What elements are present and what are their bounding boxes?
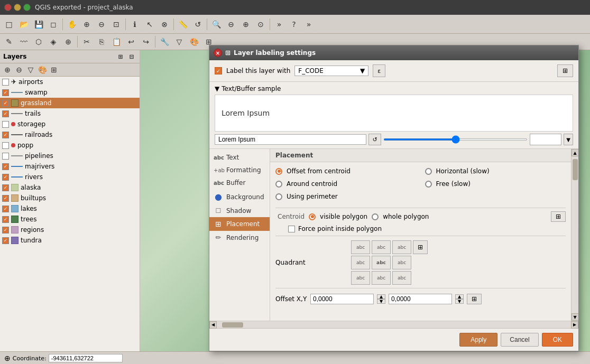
offset-x-input[interactable] xyxy=(310,294,374,304)
layer-checkbox-lakes[interactable]: ✓ xyxy=(2,206,9,212)
offset-y-up[interactable]: ▲ xyxy=(455,294,464,299)
redo-edit[interactable]: ↪ xyxy=(139,35,153,49)
scroll-down-arrow[interactable]: ▼ xyxy=(571,313,579,321)
draw-polygon[interactable]: ⬡ xyxy=(32,35,45,49)
identify-tool[interactable]: ℹ xyxy=(128,17,142,31)
layer-checkbox-alaska[interactable]: ✓ xyxy=(2,184,9,191)
layer-item-alaska[interactable]: ✓ alaska xyxy=(0,182,140,193)
scroll-h-track[interactable] xyxy=(217,321,571,328)
help-button[interactable]: ? xyxy=(287,17,301,31)
force-inside-checkbox[interactable] xyxy=(288,226,295,232)
quad-btn-tc[interactable]: abc xyxy=(372,240,391,254)
radio-perimeter[interactable] xyxy=(275,193,282,200)
layer-style[interactable]: 🎨 xyxy=(187,35,201,49)
open-layertree-btn[interactable]: ⊞ xyxy=(49,64,59,75)
offset-y-down[interactable]: ▼ xyxy=(455,299,464,304)
quad-btn-br[interactable]: abc xyxy=(392,271,411,285)
layer-item-tundra[interactable]: ✓ tundra xyxy=(0,235,140,246)
offset-x-down[interactable]: ▼ xyxy=(377,299,385,304)
layer-checkbox-popp[interactable] xyxy=(2,142,9,149)
placement-option-around-centroid[interactable]: Around centroid xyxy=(275,180,417,188)
draw-point[interactable]: ✎ xyxy=(2,35,16,49)
preview-dropdown-btn[interactable]: ▼ xyxy=(564,134,573,145)
scroll-track[interactable] xyxy=(571,156,578,313)
layers-collapse-all[interactable]: ⊟ xyxy=(127,52,136,61)
close-button[interactable] xyxy=(4,4,12,11)
ok-button[interactable]: OK xyxy=(542,333,573,347)
paste-feature[interactable]: 📋 xyxy=(109,35,123,49)
scroll-thumb[interactable] xyxy=(573,159,578,180)
layer-item-trails[interactable]: ✓ trails xyxy=(0,108,140,119)
apply-button[interactable]: Apply xyxy=(459,333,497,347)
zoom-next[interactable]: ⊕ xyxy=(239,17,253,31)
advanced-button[interactable]: ⊞ xyxy=(557,64,573,77)
preview-header[interactable]: ▼ Text/Buffer sample xyxy=(215,85,573,92)
layer-checkbox-swamp[interactable]: ✓ xyxy=(2,89,9,96)
quad-btn-tl[interactable]: abc xyxy=(351,240,370,254)
placement-option-offset-centroid[interactable]: Offset from centroid xyxy=(275,167,417,175)
zoom-in-tool[interactable]: ⊕ xyxy=(80,17,94,31)
offset-copy-button[interactable]: ⊞ xyxy=(467,294,482,304)
search-tool[interactable]: 🔍 xyxy=(209,17,223,31)
radio-free[interactable] xyxy=(425,181,432,188)
remove-layer-btn[interactable]: ⊖ xyxy=(14,64,24,75)
layer-style-btn[interactable]: 🎨 xyxy=(37,64,48,75)
layer-item-airports[interactable]: ✈ airports xyxy=(0,77,140,87)
layer-checkbox-regions[interactable]: ✓ xyxy=(2,227,9,234)
maximize-button[interactable] xyxy=(23,4,31,11)
offset-x-up[interactable]: ▲ xyxy=(377,294,385,299)
preview-text-input[interactable] xyxy=(215,134,366,145)
radio-offset-centroid[interactable] xyxy=(275,168,282,175)
zoom-extent[interactable]: ⊡ xyxy=(109,17,123,31)
radio-horizontal[interactable] xyxy=(425,168,432,175)
placement-option-free[interactable]: Free (slow) xyxy=(425,180,566,188)
scroll-right-arrow[interactable]: ▶ xyxy=(571,321,578,329)
zoom-prev[interactable]: ⊖ xyxy=(224,17,238,31)
preview-color-box[interactable] xyxy=(530,134,561,145)
quad-btn-bc[interactable]: abc xyxy=(372,271,391,285)
nav-item-shadow[interactable]: ☐ Shadow xyxy=(209,204,270,217)
open-button[interactable]: 📂 xyxy=(17,17,31,31)
pan-tool[interactable]: ✋ xyxy=(65,17,79,31)
layer-item-pipelines[interactable]: pipelines xyxy=(0,151,140,161)
scroll-up-arrow[interactable]: ▲ xyxy=(571,149,579,156)
undo-edit[interactable]: ↩ xyxy=(124,35,138,49)
refresh-button[interactable]: ↺ xyxy=(191,17,205,31)
add-layer-btn[interactable]: ⊕ xyxy=(2,64,13,75)
nav-item-placement[interactable]: ⊞ Placement xyxy=(209,217,270,231)
filter-layer-btn[interactable]: ▽ xyxy=(25,64,36,75)
quad-copy-btn[interactable]: ⊞ xyxy=(413,240,428,254)
field-dropdown[interactable]: F_CODE ▼ xyxy=(294,66,368,76)
filter-tool[interactable]: ▽ xyxy=(172,35,186,49)
draw-line[interactable]: 〰 xyxy=(17,35,31,49)
measure-tool[interactable]: 📏 xyxy=(176,17,190,31)
expression-button[interactable]: ε xyxy=(373,64,385,77)
radio-visible-polygon[interactable] xyxy=(309,213,316,220)
layer-checkbox-storagep[interactable] xyxy=(2,121,9,128)
zoom-out-tool[interactable]: ⊖ xyxy=(95,17,108,31)
layer-checkbox-rivers[interactable]: ✓ xyxy=(2,174,9,181)
nav-item-background[interactable]: ● Background xyxy=(209,189,270,204)
quad-btn-mr[interactable]: abc xyxy=(392,256,411,269)
delete-feature[interactable]: ✂ xyxy=(80,35,94,49)
label-enable-checkbox[interactable]: ✓ xyxy=(215,67,222,74)
quad-btn-mc[interactable]: abc xyxy=(372,256,391,269)
layer-checkbox-trails[interactable]: ✓ xyxy=(2,110,9,117)
scroll-left-arrow[interactable]: ◀ xyxy=(209,321,217,329)
move-feature[interactable]: ⊕ xyxy=(61,35,75,49)
layer-item-trees[interactable]: ✓ trees xyxy=(0,214,140,225)
edit-node[interactable]: ◈ xyxy=(47,35,60,49)
layer-checkbox-airports[interactable] xyxy=(2,79,9,86)
nav-item-formatting[interactable]: +ab Formatting xyxy=(209,164,270,176)
layer-item-grassland[interactable]: ✓ grassland xyxy=(0,98,140,108)
layer-item-majrivers[interactable]: ✓ majrivers xyxy=(0,161,140,172)
more2[interactable]: » xyxy=(302,17,316,31)
layer-checkbox-trees[interactable]: ✓ xyxy=(2,216,9,223)
horizontal-scrollbar[interactable]: ◀ ▶ xyxy=(209,321,578,329)
copy-feature[interactable]: ⎘ xyxy=(95,35,108,49)
layer-item-popp[interactable]: popp xyxy=(0,140,140,151)
new-button[interactable]: □ xyxy=(2,17,16,31)
placement-option-horizontal[interactable]: Horizontal (slow) xyxy=(425,167,566,175)
coord-input[interactable] xyxy=(49,354,123,362)
placement-option-perimeter[interactable]: Using perimeter xyxy=(275,193,417,200)
